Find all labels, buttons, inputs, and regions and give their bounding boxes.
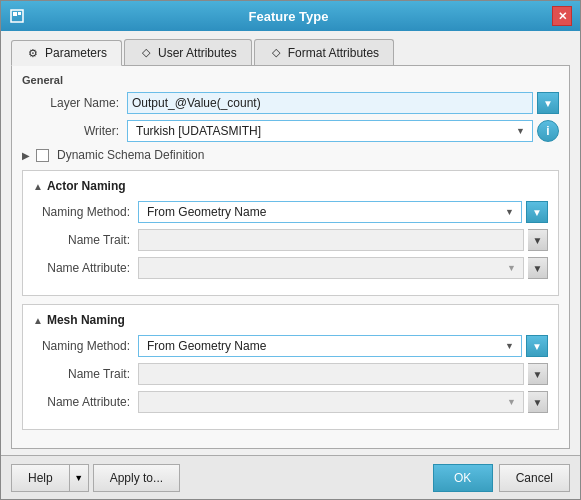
parameters-panel: General Layer Name: ▼ Writer: Turkish [U… (11, 66, 570, 449)
layer-name-input[interactable] (127, 92, 533, 114)
actor-name-attribute-label: Name Attribute: (33, 261, 138, 275)
actor-name-attribute-select: ▼ (138, 257, 524, 279)
title-bar: Feature Type ✕ (1, 1, 580, 31)
actor-naming-method-value: From Geometry Name (143, 205, 266, 219)
mesh-naming-method-value: From Geometry Name (143, 339, 266, 353)
mesh-name-trait-wrap: ▼ (138, 363, 548, 385)
main-window: Feature Type ✕ ⚙ Parameters ◇ User Attri… (0, 0, 581, 500)
footer-left: Help ▼ Apply to... (11, 464, 180, 492)
mesh-naming-label: Mesh Naming (47, 313, 125, 327)
writer-wrap: Turkish [UDATASMITH] ▼ i (127, 120, 559, 142)
actor-naming-method-dropdown-btn[interactable]: ▼ (526, 201, 548, 223)
help-button-group: Help ▼ (11, 464, 89, 492)
actor-name-attribute-row: Name Attribute: ▼ ▼ (33, 257, 548, 279)
actor-naming-method-wrap: From Geometry Name ▼ ▼ (138, 201, 548, 223)
mesh-name-trait-arrow-btn[interactable]: ▼ (528, 363, 548, 385)
svg-rect-1 (13, 12, 17, 16)
mesh-name-trait-row: Name Trait: ▼ (33, 363, 548, 385)
dynamic-schema-row: ▶ Dynamic Schema Definition (22, 148, 559, 162)
help-button[interactable]: Help (11, 464, 69, 492)
mesh-name-attribute-chevron: ▼ (507, 397, 519, 407)
footer: Help ▼ Apply to... OK Cancel (1, 455, 580, 499)
layer-name-label: Layer Name: (22, 96, 127, 110)
actor-name-trait-label: Name Trait: (33, 233, 138, 247)
actor-naming-method-arrow: ▼ (505, 207, 517, 217)
close-button[interactable]: ✕ (552, 6, 572, 26)
actor-name-attribute-wrap: ▼ ▼ (138, 257, 548, 279)
mesh-name-trait-select (138, 363, 524, 385)
actor-name-trait-row: Name Trait: ▼ (33, 229, 548, 251)
mesh-name-attribute-label: Name Attribute: (33, 395, 138, 409)
actor-naming-method-select[interactable]: From Geometry Name ▼ (138, 201, 522, 223)
mesh-naming-section: ▲ Mesh Naming Naming Method: From Geomet… (22, 304, 559, 430)
actor-naming-collapse-arrow: ▲ (33, 181, 43, 192)
mesh-naming-method-select[interactable]: From Geometry Name ▼ (138, 335, 522, 357)
general-section: General Layer Name: ▼ Writer: Turkish [U… (22, 74, 559, 162)
actor-name-trait-wrap: ▼ (138, 229, 548, 251)
mesh-name-attribute-row: Name Attribute: ▼ ▼ (33, 391, 548, 413)
dynamic-schema-label: Dynamic Schema Definition (57, 148, 204, 162)
mesh-naming-method-wrap: From Geometry Name ▼ ▼ (138, 335, 548, 357)
tab-parameters-label: Parameters (45, 46, 107, 60)
content-area: ⚙ Parameters ◇ User Attributes ◇ Format … (1, 31, 580, 455)
ok-button[interactable]: OK (433, 464, 493, 492)
general-section-label: General (22, 74, 559, 86)
tab-format-attributes-label: Format Attributes (288, 46, 379, 60)
tab-user-attributes-label: User Attributes (158, 46, 237, 60)
actor-name-attribute-arrow-btn[interactable]: ▼ (528, 257, 548, 279)
apply-to-button[interactable]: Apply to... (93, 464, 180, 492)
writer-select-arrow: ▼ (516, 126, 528, 136)
dynamic-schema-checkbox[interactable] (36, 149, 49, 162)
help-dropdown-btn[interactable]: ▼ (69, 464, 89, 492)
cancel-button[interactable]: Cancel (499, 464, 570, 492)
footer-right: OK Cancel (433, 464, 570, 492)
actor-naming-header[interactable]: ▲ Actor Naming (33, 179, 548, 193)
writer-info-btn[interactable]: i (537, 120, 559, 142)
writer-select[interactable]: Turkish [UDATASMITH] ▼ (127, 120, 533, 142)
actor-name-trait-select (138, 229, 524, 251)
app-icon (9, 8, 25, 24)
window-title: Feature Type (25, 9, 552, 24)
tab-user-attributes[interactable]: ◇ User Attributes (124, 39, 252, 65)
layer-name-dropdown-btn[interactable]: ▼ (537, 92, 559, 114)
actor-name-trait-arrow-btn[interactable]: ▼ (528, 229, 548, 251)
mesh-naming-method-row: Naming Method: From Geometry Name ▼ ▼ (33, 335, 548, 357)
mesh-name-trait-label: Name Trait: (33, 367, 138, 381)
layer-name-row: Layer Name: ▼ (22, 92, 559, 114)
user-attributes-tab-icon: ◇ (139, 46, 153, 60)
layer-name-wrap: ▼ (127, 92, 559, 114)
tab-format-attributes[interactable]: ◇ Format Attributes (254, 39, 394, 65)
writer-row: Writer: Turkish [UDATASMITH] ▼ i (22, 120, 559, 142)
mesh-name-attribute-select: ▼ (138, 391, 524, 413)
parameters-tab-icon: ⚙ (26, 46, 40, 60)
mesh-naming-method-arrow: ▼ (505, 341, 517, 351)
tab-parameters[interactable]: ⚙ Parameters (11, 40, 122, 66)
actor-name-attribute-chevron: ▼ (507, 263, 519, 273)
writer-label: Writer: (22, 124, 127, 138)
mesh-name-attribute-arrow-btn[interactable]: ▼ (528, 391, 548, 413)
mesh-naming-collapse-arrow: ▲ (33, 315, 43, 326)
actor-naming-section: ▲ Actor Naming Naming Method: From Geome… (22, 170, 559, 296)
tabs-bar: ⚙ Parameters ◇ User Attributes ◇ Format … (11, 39, 570, 66)
writer-value: Turkish [UDATASMITH] (132, 124, 261, 138)
mesh-naming-method-dropdown-btn[interactable]: ▼ (526, 335, 548, 357)
mesh-name-attribute-wrap: ▼ ▼ (138, 391, 548, 413)
actor-naming-method-label: Naming Method: (33, 205, 138, 219)
svg-rect-2 (18, 12, 21, 15)
actor-naming-method-row: Naming Method: From Geometry Name ▼ ▼ (33, 201, 548, 223)
mesh-naming-header[interactable]: ▲ Mesh Naming (33, 313, 548, 327)
mesh-naming-method-label: Naming Method: (33, 339, 138, 353)
actor-naming-label: Actor Naming (47, 179, 126, 193)
dynamic-schema-expand-arrow[interactable]: ▶ (22, 150, 30, 161)
format-attributes-tab-icon: ◇ (269, 46, 283, 60)
